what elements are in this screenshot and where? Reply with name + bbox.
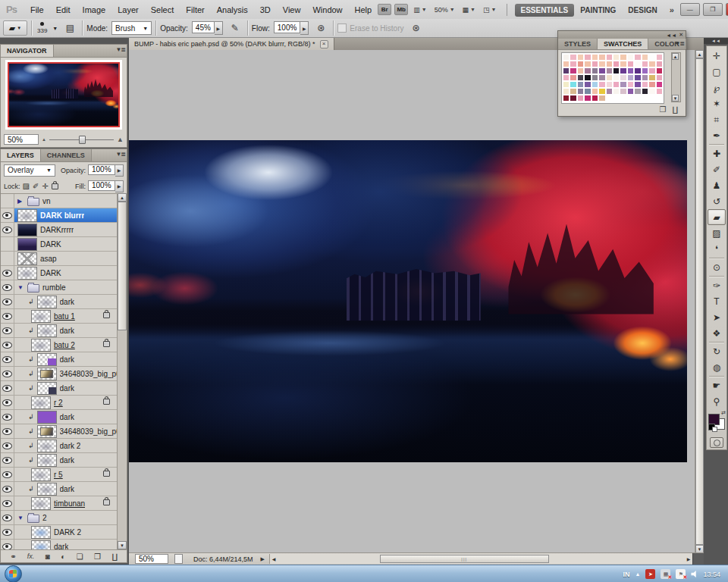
panel-menu-icon[interactable]: ▼≣	[674, 40, 684, 47]
layer-thumbnail[interactable]	[17, 209, 37, 222]
visibility-toggle[interactable]	[1, 396, 14, 409]
layer-thumbnail[interactable]	[37, 425, 57, 438]
color-swatch[interactable]	[577, 61, 584, 67]
color-swatch[interactable]	[577, 74, 584, 81]
scrollbar-thumb[interactable]	[118, 202, 127, 330]
tab-navigator[interactable]: NAVIGATOR	[1, 45, 54, 57]
color-swatch[interactable]	[648, 81, 655, 88]
new-swatch-icon[interactable]: ❐	[659, 105, 666, 114]
delete-layer-icon[interactable]: ∐	[111, 552, 118, 561]
layer-name[interactable]: dark	[54, 543, 68, 550]
visibility-toggle[interactable]	[1, 496, 14, 510]
color-swatch[interactable]	[584, 67, 591, 74]
lock-position-icon[interactable]: ✛	[42, 182, 48, 190]
layer-row[interactable]: r 2	[1, 396, 127, 410]
history-brush-tool-icon[interactable]: ↺	[708, 193, 726, 209]
color-swatch[interactable]	[570, 81, 576, 88]
layer-row[interactable]: ↲dark	[1, 324, 127, 338]
layer-thumbnail[interactable]	[37, 296, 57, 308]
tablet-pressure-size-icon[interactable]: ⊛	[407, 21, 424, 36]
menu-view[interactable]: View	[277, 5, 307, 14]
navigator-proxy-preview[interactable]	[5, 60, 122, 130]
color-swatch[interactable]	[592, 54, 598, 61]
layer-name[interactable]: DARKrrrrr	[40, 226, 74, 234]
color-swatch[interactable]	[613, 67, 620, 74]
canvas-image[interactable]	[129, 140, 687, 462]
color-swatch[interactable]	[577, 88, 584, 95]
layer-name[interactable]: DARK	[40, 269, 61, 277]
visibility-toggle[interactable]	[1, 468, 14, 481]
new-group-icon[interactable]: ❏	[77, 552, 83, 561]
color-swatch[interactable]	[606, 54, 613, 61]
scroll-up-icon[interactable]: ▲	[695, 50, 704, 58]
color-swatch[interactable]	[563, 95, 570, 102]
rectangular-marquee-tool-icon[interactable]: ▢	[708, 64, 726, 80]
layer-row[interactable]: DARK blurrr	[1, 208, 127, 223]
network-tray-icon[interactable]: ▦✕	[661, 569, 670, 579]
opacity-spinner[interactable]: ▶	[215, 21, 223, 35]
layer-style-fx-icon[interactable]: fx.	[27, 552, 35, 560]
collapse-group-icon[interactable]: ▼	[17, 515, 24, 521]
color-swatch[interactable]	[563, 74, 570, 81]
delete-swatch-icon[interactable]: ∐	[672, 105, 678, 114]
layer-name[interactable]: dark	[60, 485, 74, 493]
layer-row[interactable]: ↲dark	[1, 410, 127, 424]
navigator-zoom-slider[interactable]	[49, 136, 114, 143]
custom-shape-tool-icon[interactable]: ❖	[708, 325, 726, 341]
layer-name[interactable]: vn	[42, 197, 51, 205]
layer-thumbnail[interactable]	[31, 396, 51, 409]
vertical-scrollbar[interactable]: ▲ ▼	[695, 50, 704, 553]
visibility-toggle[interactable]	[1, 338, 14, 352]
flow-spinner[interactable]: ▶	[300, 21, 309, 35]
workspace-painting[interactable]: PAINTING	[574, 4, 622, 17]
swatches-scrollbar[interactable]: ▲ ▼	[671, 52, 681, 102]
color-swatch[interactable]	[563, 54, 570, 61]
visibility-toggle[interactable]	[1, 424, 14, 438]
color-swatch[interactable]	[648, 54, 655, 61]
spot-healing-brush-tool-icon[interactable]: ✚	[708, 146, 726, 161]
visibility-toggle[interactable]	[1, 511, 14, 524]
color-swatch[interactable]	[570, 88, 576, 95]
layer-thumbnail[interactable]	[31, 339, 51, 352]
horizontal-scrollbar[interactable]: ◀ ||| ▶	[269, 554, 692, 564]
scroll-down-icon[interactable]: ▼	[672, 95, 679, 102]
color-swatch[interactable]	[613, 81, 620, 88]
layer-row[interactable]: ↲34648039_big_p6	[1, 424, 127, 439]
layer-thumbnail[interactable]	[37, 454, 57, 467]
link-layers-icon[interactable]: ⚭	[10, 552, 16, 561]
3d-orbit-tool-icon[interactable]: ◍	[708, 359, 726, 375]
color-swatch[interactable]	[584, 95, 591, 102]
visibility-toggle[interactable]	[1, 295, 14, 308]
crop-tool-icon[interactable]: ⌗	[708, 111, 726, 127]
layer-group-row[interactable]: ▶vn	[1, 194, 127, 208]
layer-name[interactable]: batu 1	[54, 312, 75, 321]
collapse-group-icon[interactable]: ▼	[17, 284, 24, 291]
layer-thumbnail[interactable]	[37, 368, 57, 380]
color-swatch[interactable]	[577, 54, 584, 61]
layer-thumbnail[interactable]	[37, 411, 57, 424]
layer-row[interactable]: dark	[1, 540, 127, 549]
color-swatch[interactable]	[570, 95, 576, 102]
color-swatch[interactable]	[592, 67, 598, 74]
workspace-essentials[interactable]: ESSENTIALS	[515, 4, 575, 17]
layer-row[interactable]: batu 2	[1, 338, 127, 352]
layer-name[interactable]: rumble	[42, 283, 66, 292]
visibility-toggle[interactable]	[1, 352, 14, 366]
language-indicator[interactable]: IN	[623, 571, 630, 578]
layer-thumbnail[interactable]	[17, 238, 37, 251]
layer-thumbnail[interactable]	[37, 324, 57, 337]
workspace-overflow-button[interactable]: »	[670, 5, 674, 14]
layer-name[interactable]: dark	[60, 355, 74, 364]
layer-name[interactable]: dark	[60, 456, 74, 465]
menu-window[interactable]: Window	[306, 5, 348, 14]
color-swatch[interactable]	[620, 54, 626, 61]
color-swatch[interactable]	[584, 54, 591, 61]
brush-tool-icon[interactable]: ✐	[708, 161, 726, 177]
layer-thumbnail[interactable]	[31, 497, 51, 510]
layer-name[interactable]: dark	[60, 298, 74, 306]
visibility-toggle[interactable]	[1, 367, 14, 380]
move-tool-icon[interactable]: ✛	[708, 48, 726, 64]
color-swatch[interactable]	[627, 88, 634, 95]
layer-name[interactable]: r 2	[54, 399, 63, 407]
layer-group-row[interactable]: ▼rumble	[1, 280, 127, 295]
